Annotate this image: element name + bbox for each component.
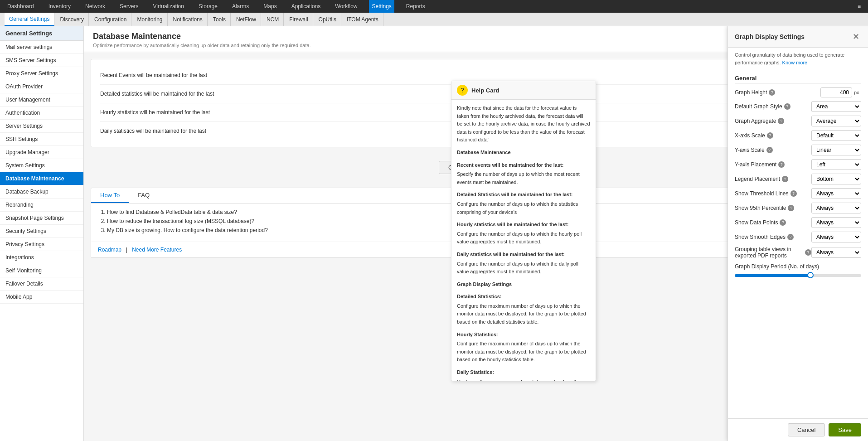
xaxis-scale-help-icon[interactable]: ? <box>767 132 773 139</box>
nav-network[interactable]: Network <box>82 0 108 13</box>
tab-faq[interactable]: FAQ <box>129 188 159 203</box>
smooth-edges-select-group: AlwaysNever <box>811 232 861 242</box>
graph-style-select[interactable]: AreaLineBar <box>811 101 861 112</box>
grouping-table-select[interactable]: AlwaysNever <box>811 247 861 258</box>
panel-cancel-button[interactable]: Cancel <box>788 423 825 436</box>
panel-row-period: Graph Display Period (No. of days) <box>735 263 861 277</box>
xaxis-scale-select[interactable]: DefaultLinearLog <box>811 130 861 141</box>
nav-virtualization[interactable]: Virtualization <box>150 0 186 13</box>
legend-placement-select[interactable]: BottomTopLeftRight <box>811 174 861 184</box>
help-card-section-4: Hourly statistics will be maintained for… <box>457 221 590 246</box>
threshold-lines-select-group: AlwaysNeverOn Hover <box>811 188 861 199</box>
form-label-2: Hourly statistics will be maintained for… <box>100 109 790 116</box>
panel-row-threshold-lines: Show Threshold Lines ? AlwaysNeverOn Hov… <box>735 188 861 199</box>
nav-storage[interactable]: Storage <box>196 0 220 13</box>
subnav-oputils[interactable]: OpUtils <box>314 13 341 26</box>
sidebar-item-rebranding[interactable]: Rebranding <box>0 199 83 212</box>
sidebar-item-user-mgmt[interactable]: User Management <box>0 93 83 107</box>
sidebar-item-ssh[interactable]: SSH Settings <box>0 133 83 146</box>
panel-label-threshold-lines: Show Threshold Lines ? <box>735 190 811 197</box>
subnav-general-settings[interactable]: General Settings <box>5 13 54 26</box>
sidebar-item-snapshot[interactable]: Snapshot Page Settings <box>0 212 83 225</box>
panel-row-data-points: Show Data Points ? AlwaysNever <box>735 217 861 228</box>
sidebar-item-server-settings[interactable]: Server Settings <box>0 120 83 133</box>
nav-workflow[interactable]: Workflow <box>332 0 360 13</box>
subnav-configuration[interactable]: Configuration <box>90 13 131 26</box>
nav-applications[interactable]: Applications <box>289 0 324 13</box>
grouping-table-help-icon[interactable]: ? <box>805 249 811 256</box>
sidebar-item-integrations[interactable]: Integrations <box>0 251 83 264</box>
nav-reports[interactable]: Reports <box>403 0 428 13</box>
panel-save-button[interactable]: Save <box>829 423 861 436</box>
subnav-discovery[interactable]: Discovery <box>55 13 89 26</box>
95th-percentile-select[interactable]: AlwaysNever <box>811 203 861 213</box>
95th-percentile-help-icon[interactable]: ? <box>788 205 794 211</box>
subnav-ncm[interactable]: NCM <box>262 13 284 26</box>
sidebar-item-security[interactable]: Security Settings <box>0 225 83 238</box>
top-nav-menu-icon[interactable]: ≡ <box>855 0 863 13</box>
nav-maps[interactable]: Maps <box>261 0 279 13</box>
yaxis-scale-select[interactable]: LinearLogDefault <box>811 145 861 155</box>
subnav-tools[interactable]: Tools <box>209 13 231 26</box>
period-slider-thumb[interactable] <box>807 272 814 278</box>
panel-description: Control granularity of data being used t… <box>728 48 868 70</box>
subnav-monitoring[interactable]: Monitoring <box>132 13 167 26</box>
graph-aggregate-select[interactable]: AverageMaximumMinimum <box>811 116 861 126</box>
tab-how-to[interactable]: How To <box>91 188 129 203</box>
subnav-firewall[interactable]: Firewall <box>285 13 313 26</box>
graph-height-input[interactable] <box>820 87 852 97</box>
panel-label-data-points: Show Data Points ? <box>735 219 811 226</box>
form-label-0: Recent Events will be maintained for the… <box>100 72 790 78</box>
help-card-section-0: Kindly note that since the data for the … <box>457 104 590 144</box>
sidebar-item-system[interactable]: System Settings <box>0 159 83 172</box>
sidebar-item-mobile-app[interactable]: Mobile App <box>0 291 83 304</box>
sidebar-item-db-backup[interactable]: Database Backup <box>0 185 83 199</box>
subnav-netflow[interactable]: NetFlow <box>232 13 261 26</box>
panel-label-yaxis-scale: Y-axis Scale ? <box>735 147 811 153</box>
help-card-section-9: Daily Statistics: Configure the maximum … <box>457 368 590 381</box>
data-points-select[interactable]: AlwaysNever <box>811 217 861 228</box>
nav-servers[interactable]: Servers <box>117 0 141 13</box>
help-card-section-8: Hourly Statistics: Configure the maximum… <box>457 331 590 364</box>
sidebar-item-proxy-server[interactable]: Proxy Server Settings <box>0 67 83 80</box>
data-points-help-icon[interactable]: ? <box>780 219 786 226</box>
sidebar-item-sms-server[interactable]: SMS Server Settings <box>0 54 83 67</box>
sidebar-item-failover[interactable]: Fallover Details <box>0 277 83 291</box>
need-more-link[interactable]: Need More Features <box>132 247 182 253</box>
sidebar-item-oauth[interactable]: OAuth Provider <box>0 80 83 93</box>
smooth-edges-help-icon[interactable]: ? <box>787 234 794 240</box>
panel-close-button[interactable]: ✕ <box>851 32 861 42</box>
sidebar-item-mail-server[interactable]: Mail server settings <box>0 41 83 54</box>
nav-inventory[interactable]: Inventory <box>46 0 73 13</box>
subnav-itom-agents[interactable]: ITOM Agents <box>342 13 383 26</box>
grouping-table-select-group: AlwaysNever <box>811 247 861 258</box>
know-more-link[interactable]: Know more <box>782 60 808 65</box>
smooth-edges-select[interactable]: AlwaysNever <box>811 232 861 242</box>
graph-aggregate-help-icon[interactable]: ? <box>778 118 784 124</box>
sidebar-item-authentication[interactable]: Authentication <box>0 107 83 120</box>
yaxis-placement-help-icon[interactable]: ? <box>778 161 785 168</box>
sidebar-item-db-maintenance[interactable]: Database Maintenance <box>0 172 83 185</box>
help-card-icon: ? <box>457 85 468 96</box>
threshold-lines-help-icon[interactable]: ? <box>790 190 797 197</box>
nav-dashboard[interactable]: Dashboard <box>5 0 37 13</box>
help-card-header: ? Help Card <box>451 81 596 100</box>
yaxis-scale-help-icon[interactable]: ? <box>766 147 773 153</box>
data-points-select-group: AlwaysNever <box>811 217 861 228</box>
graph-height-help-icon[interactable]: ? <box>769 89 775 96</box>
nav-alarms[interactable]: Alarms <box>229 0 252 13</box>
main-layout: General Settings Mail server settings SM… <box>0 26 868 441</box>
sidebar-item-self-monitoring[interactable]: Self Monitoring <box>0 264 83 277</box>
yaxis-placement-select[interactable]: LeftRight <box>811 159 861 170</box>
sidebar-item-privacy[interactable]: Privacy Settings <box>0 238 83 251</box>
panel-row-yaxis-scale: Y-axis Scale ? LinearLogDefault <box>735 145 861 155</box>
roadmap-link[interactable]: Roadmap <box>98 247 121 253</box>
threshold-lines-select[interactable]: AlwaysNeverOn Hover <box>811 188 861 199</box>
legend-placement-help-icon[interactable]: ? <box>782 176 788 182</box>
sidebar-item-upgrade[interactable]: Upgrade Manager <box>0 146 83 159</box>
nav-settings[interactable]: Settings <box>369 0 394 13</box>
sidebar: General Settings Mail server settings SM… <box>0 26 84 441</box>
graph-style-help-icon[interactable]: ? <box>784 103 790 110</box>
subnav-notifications[interactable]: Notifications <box>169 13 208 26</box>
help-card-body: Kindly note that since the data for the … <box>451 100 596 381</box>
